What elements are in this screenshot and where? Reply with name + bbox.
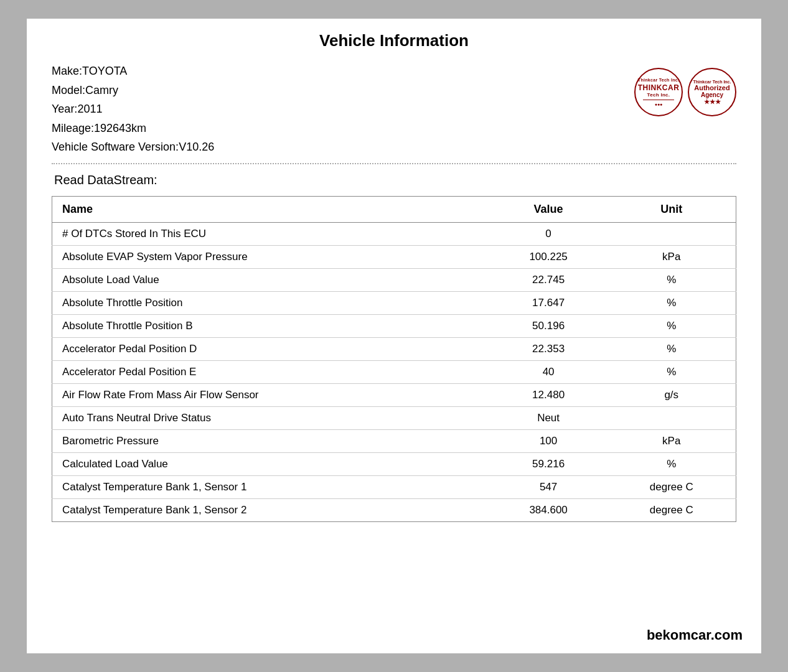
auth-top-text: Thinkcar Tech Inc. xyxy=(693,80,731,84)
cell-value: 384.600 xyxy=(490,498,607,521)
cell-value: 0 xyxy=(490,222,607,245)
cell-name: Absolute Throttle Position xyxy=(52,291,490,314)
cell-value: Neut xyxy=(490,406,607,429)
cell-value: 547 xyxy=(490,475,607,498)
year-value: 2011 xyxy=(77,103,102,115)
cell-name: Catalyst Temperature Bank 1, Sensor 1 xyxy=(52,475,490,498)
cell-unit xyxy=(607,406,736,429)
cell-value: 100 xyxy=(490,429,607,452)
cell-unit: % xyxy=(607,337,736,360)
vehicle-info-text: Make:TOYOTA Model:Camry Year:2011 Mileag… xyxy=(52,62,214,157)
cell-unit: kPa xyxy=(607,245,736,268)
table-row: Auto Trans Neutral Drive StatusNeut xyxy=(52,406,736,429)
cell-name: Absolute Throttle Position B xyxy=(52,314,490,337)
cell-unit: g/s xyxy=(607,383,736,406)
table-row: Absolute EVAP System Vapor Pressure100.2… xyxy=(52,245,736,268)
col-header-unit: Unit xyxy=(607,196,736,222)
cell-name: Barometric Pressure xyxy=(52,429,490,452)
year-label: Year: xyxy=(52,103,77,115)
mileage-label: Mileage: xyxy=(52,122,94,134)
cell-unit: kPa xyxy=(607,429,736,452)
table-row: Barometric Pressure100kPa xyxy=(52,429,736,452)
cell-value: 22.353 xyxy=(490,337,607,360)
model-value: Camry xyxy=(85,84,118,96)
table-row: Absolute Throttle Position17.647% xyxy=(52,291,736,314)
thinkcar-main-text: THINKCAR xyxy=(638,83,680,92)
mileage-value: 192643km xyxy=(94,122,146,134)
thinkcar-sub-bottom: Tech Inc. xyxy=(647,92,670,98)
cell-value: 12.480 xyxy=(490,383,607,406)
table-row: Catalyst Temperature Bank 1, Sensor 2384… xyxy=(52,498,736,521)
table-row: Absolute Throttle Position B50.196% xyxy=(52,314,736,337)
cell-name: Accelerator Pedal Position E xyxy=(52,360,490,383)
make-value: TOYOTA xyxy=(82,65,127,77)
model-line: Model:Camry xyxy=(52,81,214,100)
cell-name: # Of DTCs Stored In This ECU xyxy=(52,222,490,245)
table-row: Catalyst Temperature Bank 1, Sensor 1547… xyxy=(52,475,736,498)
cell-value: 59.216 xyxy=(490,452,607,475)
cell-unit: % xyxy=(607,360,736,383)
thinkcar-sub-top: Thinkcar Tech Inc. xyxy=(638,78,679,82)
cell-value: 17.647 xyxy=(490,291,607,314)
auth-agency-text: Agency xyxy=(701,91,723,98)
thinkcar-logo: Thinkcar Tech Inc. THINKCAR Tech Inc. ●●… xyxy=(634,68,683,116)
cell-unit: degree C xyxy=(607,475,736,498)
authorized-logo: Thinkcar Tech Inc. Authorized Agency ★★★ xyxy=(688,68,736,116)
cell-value: 100.225 xyxy=(490,245,607,268)
table-row: # Of DTCs Stored In This ECU0 xyxy=(52,222,736,245)
cell-unit: % xyxy=(607,452,736,475)
cell-name: Accelerator Pedal Position D xyxy=(52,337,490,360)
logo-area: Thinkcar Tech Inc. THINKCAR Tech Inc. ●●… xyxy=(634,62,736,116)
table-row: Accelerator Pedal Position E40% xyxy=(52,360,736,383)
read-datastream-label: Read DataStream: xyxy=(52,173,736,187)
make-line: Make:TOYOTA xyxy=(52,62,214,81)
auth-main-text: Authorized xyxy=(694,84,729,91)
table-header-row: Name Value Unit xyxy=(52,196,736,222)
cell-name: Auto Trans Neutral Drive Status xyxy=(52,406,490,429)
mileage-line: Mileage:192643km xyxy=(52,119,214,138)
cell-value: 50.196 xyxy=(490,314,607,337)
cell-unit: % xyxy=(607,268,736,291)
software-line: Vehicle Software Version:V10.26 xyxy=(52,138,214,157)
cell-name: Absolute Load Value xyxy=(52,268,490,291)
table-row: Absolute Load Value22.745% xyxy=(52,268,736,291)
cell-value: 22.745 xyxy=(490,268,607,291)
cell-unit xyxy=(607,222,736,245)
cell-name: Air Flow Rate From Mass Air Flow Sensor xyxy=(52,383,490,406)
cell-name: Catalyst Temperature Bank 1, Sensor 2 xyxy=(52,498,490,521)
table-row: Accelerator Pedal Position D22.353% xyxy=(52,337,736,360)
data-table: Name Value Unit # Of DTCs Stored In This… xyxy=(52,196,736,522)
software-value: V10.26 xyxy=(179,141,214,153)
make-label: Make: xyxy=(52,65,82,77)
col-header-value: Value xyxy=(490,196,607,222)
page-container: Vehicle Information Make:TOYOTA Model:Ca… xyxy=(27,19,761,653)
year-line: Year:2011 xyxy=(52,100,214,119)
vehicle-info-section: Make:TOYOTA Model:Camry Year:2011 Mileag… xyxy=(52,62,736,157)
cell-unit: degree C xyxy=(607,498,736,521)
cell-value: 40 xyxy=(490,360,607,383)
cell-name: Absolute EVAP System Vapor Pressure xyxy=(52,245,490,268)
auth-stars: ★★★ xyxy=(704,98,721,105)
software-label: Vehicle Software Version: xyxy=(52,141,179,153)
model-label: Model: xyxy=(52,84,85,96)
col-header-name: Name xyxy=(52,196,490,222)
footer-brand: bekomcar.com xyxy=(647,627,743,643)
cell-unit: % xyxy=(607,291,736,314)
cell-name: Calculated Load Value xyxy=(52,452,490,475)
section-divider xyxy=(52,163,736,164)
table-row: Calculated Load Value59.216% xyxy=(52,452,736,475)
table-row: Air Flow Rate From Mass Air Flow Sensor1… xyxy=(52,383,736,406)
page-title: Vehicle Information xyxy=(52,31,736,50)
cell-unit: % xyxy=(607,314,736,337)
